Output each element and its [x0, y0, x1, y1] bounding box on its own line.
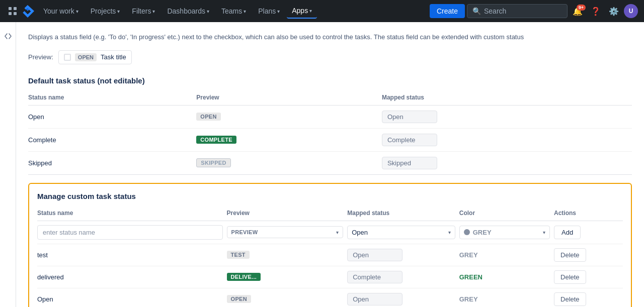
status-badge-test: TEST [227, 251, 250, 259]
preview-status-badge: OPEN [75, 53, 97, 61]
sidebar-toggle-button[interactable] [2, 30, 14, 42]
delete-open-row-button[interactable]: Delete [554, 292, 586, 306]
new-mapped-cell: Open ▾ [347, 221, 459, 244]
status-badge-complete: COMPLETE [196, 136, 236, 144]
mapped-status-select[interactable]: Open ▾ [347, 226, 455, 239]
grid-icon[interactable] [6, 5, 19, 18]
preview-select-chevron-icon: ▾ [336, 230, 339, 235]
custom-color-open-row: GREY [459, 288, 554, 307]
svg-rect-0 [9, 7, 12, 10]
custom-action-test: Delete [554, 244, 623, 266]
list-item: Open OPEN Open GREY Delete [37, 288, 623, 307]
col-mapped-status: Mapped status [382, 91, 632, 106]
custom-preview-open-row: OPEN [227, 288, 348, 307]
col-preview: Preview [196, 91, 382, 106]
default-preview-open: OPEN [196, 105, 382, 128]
default-status-section: Default task status (not editable) Statu… [28, 76, 632, 175]
search-bar[interactable]: 🔍 Search [467, 4, 568, 18]
default-section-title: Default task status (not editable) [28, 76, 632, 85]
teams-nav[interactable]: Teams ▾ [216, 4, 251, 18]
create-button[interactable]: Create [430, 4, 465, 18]
apps-chevron-icon: ▾ [309, 8, 312, 14]
custom-col-preview: Preview [227, 207, 348, 221]
custom-mapped-open-row: Open [347, 288, 459, 307]
custom-col-color: Color [459, 207, 554, 221]
custom-col-actions: Actions [554, 207, 623, 221]
settings-button[interactable]: ⚙️ [606, 4, 622, 19]
preview-checkbox [64, 54, 71, 61]
svg-rect-3 [14, 12, 17, 15]
default-mapped-open: Open [382, 105, 632, 128]
custom-color-test: GREY [459, 244, 554, 266]
custom-mapped-test: Open [347, 244, 459, 266]
new-action-cell: Add [554, 221, 623, 244]
your-work-nav[interactable]: Your work ▾ [38, 4, 84, 18]
filters-chevron-icon: ▾ [152, 9, 155, 14]
custom-status-section: Manage custom task status Status name Pr… [28, 183, 632, 308]
main-wrapper: Displays a status field (e.g. 'To do', '… [0, 22, 644, 307]
default-status-table: Status name Preview Mapped status Open O… [28, 91, 632, 175]
jira-logo[interactable] [21, 5, 34, 18]
search-icon: 🔍 [472, 7, 481, 15]
default-preview-complete: COMPLETE [196, 128, 382, 151]
status-name-input[interactable] [37, 225, 223, 240]
delete-test-button[interactable]: Delete [554, 248, 586, 262]
new-status-name-cell [37, 221, 227, 244]
custom-mapped-delivered: Complete [347, 266, 459, 288]
projects-chevron-icon: ▾ [117, 9, 120, 14]
custom-action-delivered: Delete [554, 266, 623, 288]
status-badge-skipped: SKIPPED [196, 158, 230, 167]
notification-badge: 9+ [577, 5, 586, 11]
plans-nav[interactable]: Plans ▾ [253, 4, 285, 18]
dashboards-nav[interactable]: Dashboards ▾ [162, 4, 214, 18]
custom-section-title: Manage custom task status [37, 192, 623, 200]
content-area: Displays a status field (e.g. 'To do', '… [16, 22, 644, 307]
custom-status-table: Status name Preview Mapped status Color … [37, 207, 623, 308]
your-work-chevron-icon: ▾ [76, 9, 78, 14]
custom-status-name-delivered: delivered [37, 266, 227, 288]
default-status-name-open: Open [28, 105, 196, 128]
filters-nav[interactable]: Filters ▾ [127, 4, 160, 18]
table-row: Complete COMPLETE Complete [28, 128, 632, 151]
new-preview-cell: PREVIEW ▾ [227, 221, 348, 244]
custom-preview-delivered: DELIVE... [227, 266, 348, 288]
svg-rect-1 [14, 7, 17, 10]
custom-status-name-test: test [37, 244, 227, 266]
preview-task-title: Task title [101, 53, 126, 61]
table-row: Open OPEN Open [28, 105, 632, 128]
table-row: Skipped SKIPPED Skipped [28, 151, 632, 174]
notifications-button[interactable]: 🔔 9+ [570, 4, 586, 19]
color-select-chevron-icon: ▾ [543, 230, 545, 235]
projects-nav[interactable]: Projects ▾ [86, 4, 125, 18]
search-placeholder: Search [484, 7, 506, 15]
col-status-name: Status name [28, 91, 196, 106]
custom-status-name-open-row: Open [37, 288, 227, 307]
help-button[interactable]: ❓ [588, 4, 604, 19]
default-status-name-skipped: Skipped [28, 151, 196, 174]
avatar[interactable]: U [624, 4, 638, 18]
default-mapped-complete: Complete [382, 128, 632, 151]
default-status-name-complete: Complete [28, 128, 196, 151]
status-badge-delivered: DELIVE... [227, 273, 261, 281]
preview-select[interactable]: PREVIEW ▾ [227, 226, 344, 238]
status-badge-open: OPEN [196, 113, 220, 121]
custom-color-delivered: GREEN [459, 266, 554, 288]
color-swatch-grey-icon [464, 229, 470, 235]
teams-chevron-icon: ▾ [244, 9, 246, 14]
color-select[interactable]: GREY ▾ [459, 226, 550, 239]
mapped-select-chevron-icon: ▾ [448, 230, 451, 235]
custom-preview-test: TEST [227, 244, 348, 266]
custom-action-open-row: Delete [554, 288, 623, 307]
status-badge-open-row: OPEN [227, 295, 251, 303]
delete-delivered-button[interactable]: Delete [554, 270, 586, 284]
default-preview-skipped: SKIPPED [196, 151, 382, 174]
top-navigation: Your work ▾ Projects ▾ Filters ▾ Dashboa… [0, 0, 644, 22]
description-text: Displays a status field (e.g. 'To do', '… [28, 32, 632, 42]
new-color-cell: GREY ▾ [459, 221, 554, 244]
default-mapped-skipped: Skipped [382, 151, 632, 174]
apps-nav[interactable]: Apps ▾ [287, 4, 317, 19]
sidebar-toggle[interactable] [0, 22, 16, 307]
custom-col-status-name: Status name [37, 207, 227, 221]
list-item: test TEST Open GREY Delete [37, 244, 623, 266]
add-button[interactable]: Add [554, 226, 581, 239]
